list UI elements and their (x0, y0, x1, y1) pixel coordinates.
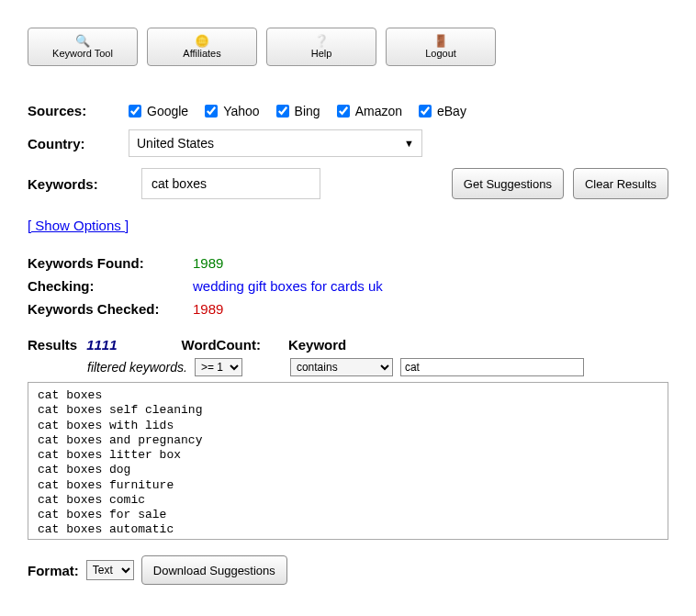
logout-label: Logout (425, 48, 456, 59)
results-textarea[interactable] (28, 382, 668, 540)
keyword-op-select[interactable]: contains (290, 358, 393, 376)
country-value: United States (137, 136, 214, 151)
keywords-checked-label: Keywords Checked: (28, 301, 193, 317)
source-amazon[interactable]: Amazon (337, 104, 402, 118)
logout-icon: 🚪 (433, 35, 448, 47)
source-ebay[interactable]: eBay (419, 104, 466, 118)
keyword-filter-input[interactable] (400, 358, 584, 376)
format-select[interactable]: Text (86, 560, 134, 580)
ebay-checkbox[interactable] (419, 105, 432, 118)
checking-value: wedding gift boxes for cards uk (193, 278, 383, 294)
country-label: Country: (28, 136, 129, 151)
show-options-link[interactable]: [ Show Options ] (28, 218, 129, 233)
filtered-label: filtered keywords. (87, 360, 187, 375)
affiliates-label: Affiliates (183, 48, 220, 59)
logout-button[interactable]: 🚪 Logout (386, 28, 496, 66)
help-label: Help (311, 48, 332, 59)
keyword-tool-label: Keyword Tool (52, 48, 113, 59)
help-icon: ❔ (314, 35, 329, 47)
keywords-checked-value: 1989 (193, 301, 223, 317)
source-bing[interactable]: Bing (276, 104, 320, 118)
source-google[interactable]: Google (129, 104, 188, 118)
sources-label: Sources: (28, 103, 129, 118)
keywords-found-value: 1989 (193, 255, 223, 271)
coin-icon: 🪙 (195, 35, 209, 47)
country-select[interactable]: United States ▼ (129, 129, 422, 157)
help-button[interactable]: ❔ Help (266, 28, 376, 66)
keyword-header: Keyword (288, 337, 346, 353)
checking-label: Checking: (28, 278, 193, 294)
source-yahoo[interactable]: Yahoo (205, 104, 259, 118)
toolbar: 🔍 Keyword Tool 🪙 Affiliates ❔ Help 🚪 Log… (28, 9, 668, 75)
wordcount-select[interactable]: >= 1 (195, 358, 242, 376)
keywords-found-label: Keywords Found: (28, 255, 193, 271)
format-label: Format: (28, 563, 79, 578)
clear-results-button[interactable]: Clear Results (573, 168, 668, 199)
google-checkbox[interactable] (129, 105, 141, 118)
results-count: 1111 (86, 337, 117, 353)
amazon-checkbox[interactable] (337, 105, 350, 118)
get-suggestions-button[interactable]: Get Suggestions (452, 168, 564, 199)
yahoo-checkbox[interactable] (205, 105, 218, 118)
search-icon: 🔍 (75, 35, 90, 47)
results-label: Results (28, 337, 77, 353)
download-suggestions-button[interactable]: Download Suggestions (141, 555, 287, 585)
affiliates-button[interactable]: 🪙 Affiliates (147, 28, 257, 66)
chevron-down-icon: ▼ (404, 138, 414, 149)
keywords-label: Keywords: (28, 176, 129, 192)
bing-checkbox[interactable] (276, 105, 289, 118)
keywords-input[interactable] (141, 168, 320, 199)
keyword-tool-button[interactable]: 🔍 Keyword Tool (28, 28, 138, 66)
wordcount-header: WordCount: (182, 337, 261, 353)
